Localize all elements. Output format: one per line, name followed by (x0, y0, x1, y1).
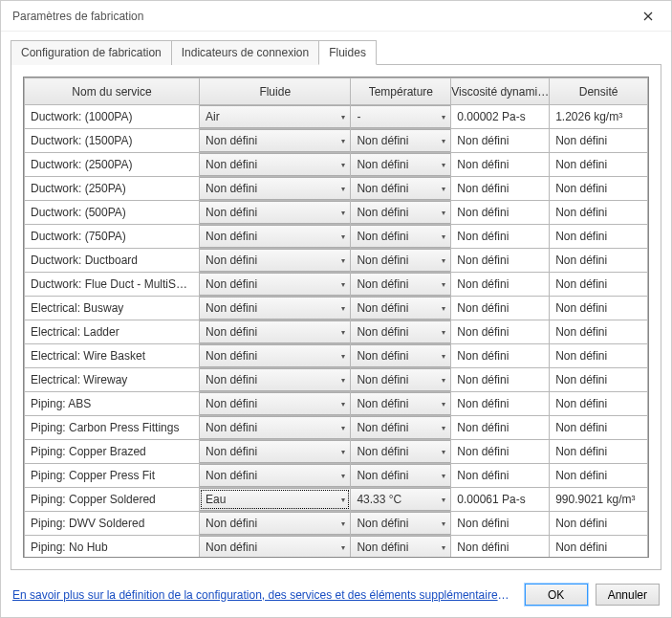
service-name-cell[interactable]: Piping: Carbon Press Fittings (25, 416, 199, 439)
fluid-dropdown[interactable]: Non défini▾ (200, 344, 351, 367)
service-name-cell[interactable]: Electrical: Wireway (25, 368, 199, 391)
table-row: Piping: DWV SolderedNon défini▾Non défin… (25, 512, 648, 536)
close-button[interactable] (633, 6, 663, 27)
chevron-down-icon: ▾ (437, 537, 450, 557)
table-row: Electrical: WirewayNon défini▾Non défini… (25, 368, 648, 392)
temperature-dropdown[interactable]: Non défini▾ (351, 392, 451, 415)
fluids-table-scroll[interactable]: Nom du service Fluide Température Viscos… (24, 77, 648, 557)
fluid-value: Non défini (200, 417, 336, 438)
service-name-cell[interactable]: Electrical: Busway (25, 297, 199, 320)
tab-2[interactable]: Fluides (318, 40, 377, 65)
temperature-value: Non défini (351, 130, 437, 151)
fluid-dropdown[interactable]: Non défini▾ (200, 129, 351, 152)
service-name-cell[interactable]: Piping: Copper Press Fit (25, 464, 199, 487)
fluid-dropdown[interactable]: Non défini▾ (200, 297, 351, 320)
fluid-dropdown[interactable]: Non défini▾ (200, 464, 351, 487)
density-cell: Non défini (550, 440, 647, 463)
fluid-dropdown[interactable]: Non défini▾ (200, 512, 351, 535)
service-name-cell[interactable]: Ductwork: (750PA) (25, 225, 199, 248)
service-name-cell[interactable]: Ductwork: (1500PA) (25, 129, 199, 152)
temperature-dropdown[interactable]: Non défini▾ (351, 440, 451, 463)
tab-0[interactable]: Configuration de fabrication (11, 40, 172, 65)
fluid-dropdown[interactable]: Eau▾ (200, 488, 351, 511)
fluid-dropdown[interactable]: Non défini▾ (200, 201, 351, 224)
chevron-down-icon: ▾ (336, 274, 350, 295)
fluid-value: Non défini (200, 345, 336, 366)
col-header-viscosity[interactable]: Viscosité dynamique (451, 78, 550, 105)
temperature-dropdown[interactable]: Non défini▾ (351, 249, 451, 272)
density-cell: Non défini (550, 512, 647, 535)
fluid-dropdown[interactable]: Non défini▾ (200, 440, 351, 463)
temperature-dropdown[interactable]: -▾ (351, 105, 451, 128)
temperature-dropdown[interactable]: Non défini▾ (351, 368, 451, 391)
table-row: Piping: Copper BrazedNon défini▾Non défi… (25, 440, 648, 464)
chevron-down-icon: ▾ (437, 130, 450, 151)
fluid-dropdown[interactable]: Non défini▾ (200, 320, 351, 343)
temperature-dropdown[interactable]: Non défini▾ (351, 536, 451, 557)
table-row: Ductwork: (1000PA)Air▾-▾0.00002 Pa-s1.20… (25, 105, 648, 129)
viscosity-cell: Non défini (451, 153, 549, 176)
fluid-dropdown[interactable]: Non défini▾ (200, 368, 351, 391)
temperature-value: Non défini (351, 393, 437, 414)
col-header-density[interactable]: Densité (550, 78, 648, 105)
density-cell: Non défini (550, 416, 647, 439)
service-name-cell[interactable]: Electrical: Ladder (25, 320, 199, 343)
fluid-dropdown[interactable]: Non défini▾ (200, 153, 351, 176)
table-row: Ductwork: (750PA)Non défini▾Non défini▾N… (25, 225, 648, 249)
fluid-dropdown[interactable]: Non défini▾ (200, 536, 351, 557)
fluid-dropdown[interactable]: Non défini▾ (200, 177, 351, 200)
fluid-dropdown[interactable]: Non défini▾ (200, 273, 351, 296)
temperature-value: Non défini (351, 513, 437, 534)
temperature-dropdown[interactable]: Non défini▾ (351, 129, 451, 152)
temperature-value: Non défini (351, 369, 437, 390)
col-header-fluid[interactable]: Fluide (200, 78, 351, 105)
fluid-dropdown[interactable]: Non défini▾ (200, 416, 351, 439)
service-name-cell[interactable]: Ductwork: (2500PA) (25, 153, 199, 176)
table-row: Piping: Copper Press FitNon défini▾Non d… (25, 464, 648, 488)
service-name-cell[interactable]: Piping: Copper Brazed (25, 440, 199, 463)
ok-button[interactable]: OK (525, 584, 588, 606)
table-row: Electrical: BuswayNon défini▾Non défini▾… (25, 297, 648, 320)
temperature-dropdown[interactable]: Non défini▾ (351, 273, 451, 296)
fluid-dropdown[interactable]: Non défini▾ (200, 249, 351, 272)
chevron-down-icon: ▾ (437, 274, 450, 295)
service-name-cell[interactable]: Piping: No Hub (25, 536, 199, 557)
tab-1[interactable]: Indicateurs de connexion (171, 40, 319, 65)
service-name-cell[interactable]: Piping: DWV Soldered (25, 512, 199, 535)
cancel-button[interactable]: Annuler (596, 584, 660, 606)
service-name-cell[interactable]: Piping: ABS (25, 392, 199, 415)
temperature-dropdown[interactable]: Non défini▾ (351, 464, 451, 487)
service-name-cell[interactable]: Ductwork: (1000PA) (25, 105, 199, 128)
learn-more-link[interactable]: En savoir plus sur la définition de la c… (12, 588, 509, 602)
temperature-dropdown[interactable]: Non défini▾ (351, 153, 451, 176)
fluid-dropdown[interactable]: Non défini▾ (200, 225, 351, 248)
fluid-dropdown[interactable]: Air▾ (200, 105, 351, 128)
temperature-dropdown[interactable]: Non défini▾ (351, 344, 451, 367)
service-name-cell[interactable]: Ductwork: Ductboard (25, 249, 199, 272)
temperature-value: Non défini (351, 441, 437, 462)
service-name-cell[interactable]: Ductwork: (500PA) (25, 201, 199, 224)
fluid-value: Non défini (200, 130, 336, 151)
temperature-value: Non défini (351, 345, 437, 366)
fluid-dropdown[interactable]: Non défini▾ (200, 392, 351, 415)
viscosity-cell: Non défini (451, 464, 549, 487)
temperature-dropdown[interactable]: Non défini▾ (351, 201, 451, 224)
temperature-dropdown[interactable]: Non défini▾ (351, 416, 451, 439)
temperature-dropdown[interactable]: 43.33 °C▾ (351, 488, 451, 511)
temperature-dropdown[interactable]: Non défini▾ (351, 320, 451, 343)
temperature-dropdown[interactable]: Non défini▾ (351, 297, 451, 320)
fluid-value: Non défini (200, 441, 336, 462)
viscosity-cell: Non défini (451, 440, 549, 463)
viscosity-cell: Non défini (451, 177, 549, 200)
service-name-cell[interactable]: Electrical: Wire Basket (25, 344, 199, 367)
temperature-dropdown[interactable]: Non défini▾ (351, 177, 451, 200)
col-header-temperature[interactable]: Température (351, 78, 451, 105)
temperature-dropdown[interactable]: Non défini▾ (351, 225, 451, 248)
service-name-cell[interactable]: Ductwork: (250PA) (25, 177, 199, 200)
service-name-cell[interactable]: Piping: Copper Soldered (25, 488, 199, 511)
chevron-down-icon: ▾ (437, 226, 450, 247)
viscosity-cell: Non défini (451, 512, 549, 535)
temperature-dropdown[interactable]: Non défini▾ (351, 512, 451, 535)
col-header-service[interactable]: Nom du service (25, 78, 200, 105)
service-name-cell[interactable]: Ductwork: Flue Duct - MultiShape (25, 273, 199, 296)
